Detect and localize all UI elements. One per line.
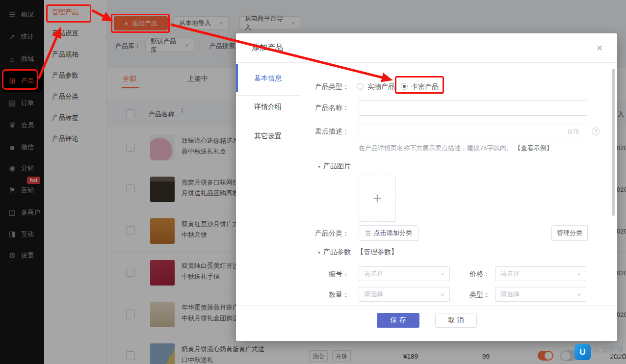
radio-card-product[interactable] [401,83,408,90]
chevron-down-icon: ∨ [577,292,581,297]
product-images-section[interactable]: ▾产品图片 [318,162,351,171]
product-type-label: 产品类型： [305,82,349,91]
selling-point-label: 卖点描述： [305,127,349,136]
char-counter: 0/75 [568,129,579,135]
list-icon: ☰ [365,230,371,237]
modal-title: 添加产品 [252,33,283,62]
param-price-label: 价格： [446,270,490,279]
modal-footer-divider [236,305,617,306]
close-icon[interactable]: ✕ [595,43,604,53]
image-upload-box[interactable]: + [359,175,396,222]
param-price-select[interactable]: 请选择∨ [495,266,586,281]
modal-tab-divider [300,62,300,304]
modal-tab-details[interactable]: 详情介绍 [236,100,300,114]
param-no-label: 编号： [305,270,349,279]
product-params-section[interactable]: ▾产品参数【管理参数】 [318,248,398,257]
manage-params-link[interactable]: 【管理参数】 [357,248,398,256]
radio-physical-product[interactable] [357,83,364,90]
help-icon[interactable]: ? [592,128,600,135]
param-qty-select[interactable]: 请选择∨ [359,287,450,302]
manage-category-button[interactable]: 管理分类 [551,225,588,241]
product-name-input[interactable] [359,100,587,116]
radio-physical-label[interactable]: 实物产品 [367,82,395,91]
selling-point-input[interactable] [359,124,587,139]
modal-tab-other-settings[interactable]: 其它设置 [236,129,300,144]
chevron-down-icon: ∨ [577,271,581,276]
add-product-modal: 添加产品 ✕ 基本信息 详情介绍 其它设置 产品类型： 实物产品 卡密产品 产品… [236,33,617,341]
chevron-down-icon: ∨ [441,292,444,297]
param-qty-label: 数量： [305,290,349,299]
radio-card-label[interactable]: 卡密产品 [411,82,439,91]
upload-plus-icon: + [373,190,382,207]
chevron-down-icon: ∨ [441,271,444,276]
product-name-label: 产品名称： [305,104,349,112]
collapse-arrow-icon: ▾ [318,250,320,255]
cancel-button[interactable]: 取 消 [435,313,477,328]
view-example-link[interactable]: 【查看示例】 [514,144,552,152]
param-no-select[interactable]: 请选择∨ [359,266,450,281]
modal-scrollbar[interactable] [612,69,615,216]
modal-tab-basic-info[interactable]: 基本信息 [236,71,300,86]
tab-cell-border [236,95,300,96]
param-type-select[interactable]: 请选择∨ [495,287,586,302]
selling-point-tip: 在产品详情页名称下方展示卖点描述，建议75字以内。【查看示例】 [359,144,552,153]
save-button[interactable]: 保 存 [377,313,419,328]
add-category-button[interactable]: ☰ 点击添加分类 [359,225,418,241]
param-type-label: 类型： [446,290,490,299]
category-label: 产品分类： [305,229,349,238]
collapse-arrow-icon: ▾ [318,164,320,169]
modal-header-divider [236,62,617,63]
app-screen: ☰概况 ↗统计 ⌂商城 ⊞产品 ▤订单 ♛会员 ☻微信 ◉分销 ⚑营销 ◫多商户… [0,0,626,364]
